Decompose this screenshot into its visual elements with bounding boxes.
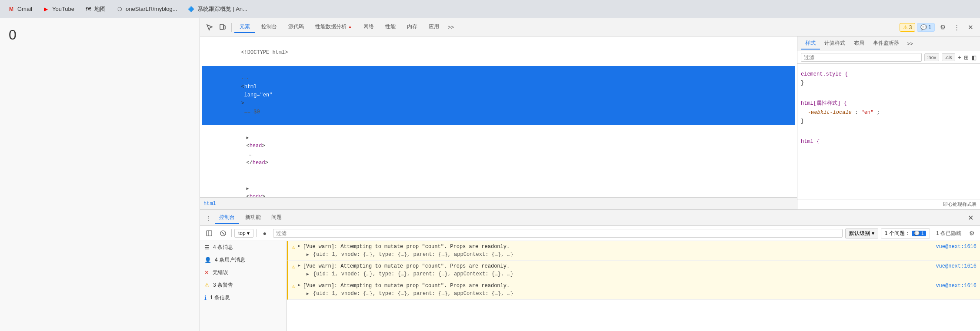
style-selector-html[interactable]: html { <box>801 137 977 146</box>
html-line-body[interactable]: ▶ <body> … </body> <box>202 176 795 197</box>
tab-console[interactable]: 控制台 <box>256 21 282 33</box>
style-selector-element[interactable]: element.style { <box>801 70 977 79</box>
tab-more-button[interactable]: >> <box>445 23 457 32</box>
style-prop-webkit-locale[interactable]: -webkit-locale : "en" ; <box>801 108 977 117</box>
console-level-selector[interactable]: 默认级别 ▾ <box>845 228 878 238</box>
warning-count: 3 <box>909 24 912 30</box>
styles-tab-styles[interactable]: 样式 <box>801 38 820 50</box>
console-close-button[interactable]: ✕ <box>964 212 977 224</box>
console-drag-handle[interactable]: ⋮ <box>203 213 213 223</box>
tab-network[interactable]: 网络 <box>358 21 379 33</box>
styles-cls-button[interactable]: .cls <box>942 53 955 61</box>
html-line-head[interactable]: ▶ <head> … </head> <box>202 125 795 176</box>
tab-gmail[interactable]: M Gmail <box>3 4 37 14</box>
tab-application[interactable]: 应用 <box>423 21 444 33</box>
info-icon: 💬 <box>920 24 927 30</box>
console-hidden-count: 1 条已隐藏 <box>933 229 965 238</box>
maps-favicon: 🗺 <box>85 6 92 13</box>
inspect-element-button[interactable] <box>203 21 216 33</box>
console-toolbar: top ▾ ● 默认级别 ▾ 1 个问题： 💬 1 1 条已隐藏 ⚙ <box>200 226 980 241</box>
tab-sources[interactable]: 源代码 <box>283 21 309 33</box>
svg-rect-2 <box>207 231 212 236</box>
issues-count-badge: 💬 1 <box>912 231 926 236</box>
console-msg-link-2[interactable]: vue@next:1616 <box>930 262 977 270</box>
console-message-2: ⚠ ▶ [Vue warn]: Attempting to mutate pro… <box>287 261 980 280</box>
main-layout: 0 元素 控制台 源代码 性能数据分析 ▲ <box>0 18 980 331</box>
console-msg-link-1[interactable]: vue@next:1616 <box>930 243 977 251</box>
tab-elements[interactable]: 元素 <box>234 21 255 33</box>
console-filter-input[interactable] <box>273 229 843 238</box>
tab-tracker[interactable]: 🔷 系统跟踪概览 | An... <box>183 3 252 15</box>
styles-add-rule-button[interactable]: + <box>958 54 961 61</box>
list-icon: ☰ <box>204 244 210 251</box>
console-tab-issues[interactable]: 问题 <box>267 212 286 224</box>
console-issues-badge[interactable]: 1 个问题： 💬 1 <box>881 228 930 238</box>
devtools-main: <!DOCTYPE html> ··· <html lang="en" > ==… <box>200 36 980 209</box>
sidebar-item-errors[interactable]: ✕ 无错误 <box>200 266 287 279</box>
info-sidebar-icon: ℹ <box>204 295 207 301</box>
expand-3[interactable]: ▶ <box>298 282 300 288</box>
tab-github-label: oneStarLR/myblog... <box>126 6 177 12</box>
styles-tab-computed[interactable]: 计算样式 <box>820 38 850 50</box>
html-line-html[interactable]: ··· <html lang="en" > == $0 <box>202 66 795 125</box>
style-close-html-attr: } <box>801 117 977 126</box>
tab-maps[interactable]: 🗺 地图 <box>80 3 110 15</box>
expand-sub-2[interactable]: ▶ <box>307 272 309 277</box>
device-toggle-button[interactable] <box>217 21 229 33</box>
close-devtools-button[interactable]: ✕ <box>964 21 977 33</box>
styles-tab-more[interactable]: >> <box>905 39 915 49</box>
info-count: 1 <box>928 24 931 30</box>
styles-toggle-dark-button[interactable]: ◧ <box>971 54 977 61</box>
console-message-1: ⚠ ▶ [Vue warn]: Attempting to mutate pro… <box>287 241 980 261</box>
console-msg-link-3[interactable]: vue@next:1616 <box>930 282 977 290</box>
sidebar-item-user-messages[interactable]: 👤 4 条用户消息 <box>200 254 287 266</box>
tab-performance-insights[interactable]: 性能数据分析 ▲ <box>310 21 357 33</box>
expand-sub-1[interactable]: ▶ <box>307 252 309 257</box>
styles-tab-events[interactable]: 事件监听器 <box>869 38 903 50</box>
expand-2[interactable]: ▶ <box>298 262 300 269</box>
console-msg-text-1: [Vue warn]: Attempting to mutate prop "c… <box>303 243 510 251</box>
console-tab-new-features[interactable]: 新功能 <box>241 212 265 224</box>
settings-button[interactable]: ⚙ <box>937 21 949 33</box>
sidebar-item-info[interactable]: ℹ 1 条信息 <box>200 291 287 304</box>
console-tab-console[interactable]: 控制台 <box>215 212 239 224</box>
tab-performance[interactable]: 性能 <box>380 21 401 33</box>
sidebar-item-warnings[interactable]: ⚠ 3 条警告 <box>200 279 287 291</box>
svg-rect-1 <box>224 26 225 29</box>
sidebar-item-all-messages[interactable]: ☰ 4 条消息 <box>200 241 287 254</box>
console-main: ☰ 4 条消息 👤 4 条用户消息 ✕ 无错误 ⚠ 3 条警告 <box>200 241 980 331</box>
svg-rect-0 <box>220 24 223 30</box>
html-line-doctype[interactable]: <!DOCTYPE html> <box>202 40 795 66</box>
console-sidebar-toggle[interactable] <box>203 228 215 239</box>
styles-toggle-sidebar-button[interactable]: ⊞ <box>964 54 969 61</box>
breadcrumb-html[interactable]: html <box>203 201 216 207</box>
tab-memory[interactable]: 内存 <box>402 21 423 33</box>
console-eye-button[interactable]: ● <box>259 228 270 239</box>
tab-youtube[interactable]: ▶ YouTube <box>38 4 79 14</box>
styles-tab-layout[interactable]: 布局 <box>850 38 869 50</box>
youtube-favicon: ▶ <box>43 6 50 13</box>
tab-github[interactable]: ⬡ oneStarLR/myblog... <box>112 4 182 14</box>
style-selector-html-attr[interactable]: html[属性样式] { <box>801 99 977 108</box>
svg-line-5 <box>222 232 224 235</box>
style-rule-element: element.style { } <box>801 70 977 88</box>
console-messages[interactable]: ⚠ ▶ [Vue warn]: Attempting to mutate pro… <box>287 241 980 331</box>
console-msg-sub-1: ▶ {uid: 1, vnode: {…}, type: {…}, parent… <box>298 251 977 258</box>
console-clear-button[interactable] <box>217 228 229 239</box>
styles-filter-input[interactable] <box>801 53 922 62</box>
console-msg-content-2: ▶ [Vue warn]: Attempting to mutate prop … <box>298 262 977 278</box>
console-msg-text-3: [Vue warn]: Attempting to mutate prop "c… <box>303 282 510 290</box>
warn-icon-3: ⚠ <box>292 282 295 291</box>
more-options-button[interactable]: ⋮ <box>950 21 963 33</box>
tab-youtube-label: YouTube <box>52 6 74 12</box>
style-close-element: } <box>801 79 977 87</box>
styles-hov-button[interactable]: :hov <box>924 53 940 61</box>
info-badge[interactable]: 💬 1 <box>917 23 935 32</box>
elements-content[interactable]: <!DOCTYPE html> ··· <html lang="en" > ==… <box>200 36 797 197</box>
expand-1[interactable]: ▶ <box>298 243 300 249</box>
warning-badge[interactable]: ⚠ 3 <box>900 23 916 32</box>
console-context-selector[interactable]: top ▾ <box>234 229 253 238</box>
style-rule-html: html { <box>801 137 977 146</box>
expand-sub-3[interactable]: ▶ <box>307 291 309 296</box>
console-settings-button[interactable]: ⚙ <box>967 229 977 238</box>
